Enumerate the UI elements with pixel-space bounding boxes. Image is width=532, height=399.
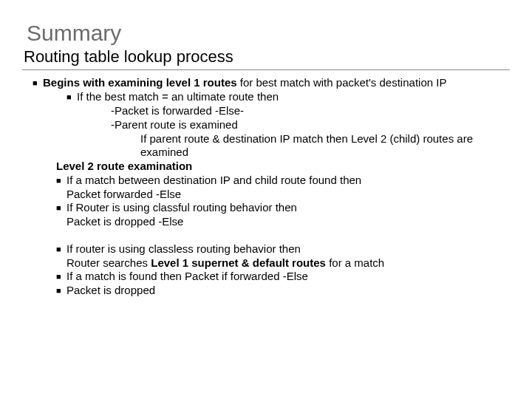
bullet-row: ■ If a match is found then Packet if for… [56,270,510,284]
text-row: -Packet is forwarded -Else- [111,104,510,118]
text-row: Level 2 route examination [56,160,510,174]
bullet-row: ■ Packet is dropped [56,284,510,298]
square-bullet-icon: ■ [56,201,62,215]
text-row: If parent route & destination IP match t… [140,132,510,160]
text-plain: for best match with packet's destination… [237,76,447,89]
text: Begins with examining level 1 routes for… [43,76,510,90]
text-plain: If router is using classless routing beh… [66,242,301,255]
text-plain: Packet is dropped -Else [66,215,183,228]
text: If router is using classless routing beh… [66,242,510,270]
text: If Router is using classful routing beha… [66,201,510,229]
slide-subtitle: Routing table lookup process [24,47,510,66]
text-row: -Parent route is examined [111,118,510,132]
bullet-row: ■ If Router is using classful routing be… [56,201,510,229]
square-bullet-icon: ■ [56,270,62,284]
bullet-row: ■ If router is using classless routing b… [56,242,510,270]
text-plain: Packet forwarded -Else [66,188,181,200]
content: ■ Begins with examining level 1 routes f… [22,76,510,298]
text-bold: Level 1 supernet & default routes [151,256,326,269]
text: -Parent route is examined [111,118,510,132]
square-bullet-icon: ■ [56,284,62,298]
bullet-row: ■ If a match between destination IP and … [56,174,510,202]
text-plain: If a match between destination IP and ch… [66,174,361,186]
text: -Packet is forwarded -Else- [111,104,510,118]
text: If a match is found then Packet if forwa… [66,270,510,284]
slide: Summary Routing table lookup process ■ B… [0,0,532,399]
slide-title: Summary [27,21,510,46]
text: If the best match = an ultimate route th… [77,90,510,104]
text-plain: for a match [326,256,384,269]
text-plain: Router searches [66,256,151,269]
text-bold: Begins with examining level 1 routes [43,76,237,89]
square-bullet-icon: ■ [66,90,72,104]
bullet-row: ■ Begins with examining level 1 routes f… [33,76,510,90]
divider [22,69,510,70]
square-bullet-icon: ■ [56,174,62,188]
square-bullet-icon: ■ [56,242,62,256]
text-plain: If Router is using classful routing beha… [66,201,297,214]
text: If a match between destination IP and ch… [66,174,510,202]
square-bullet-icon: ■ [33,76,38,90]
text-bold: Level 2 route examination [56,160,510,174]
bullet-row: ■ If the best match = an ultimate route … [66,90,510,104]
text: If parent route & destination IP match t… [140,132,510,160]
block: ■ If router is using classless routing b… [22,242,510,299]
text: Packet is dropped [66,284,510,298]
